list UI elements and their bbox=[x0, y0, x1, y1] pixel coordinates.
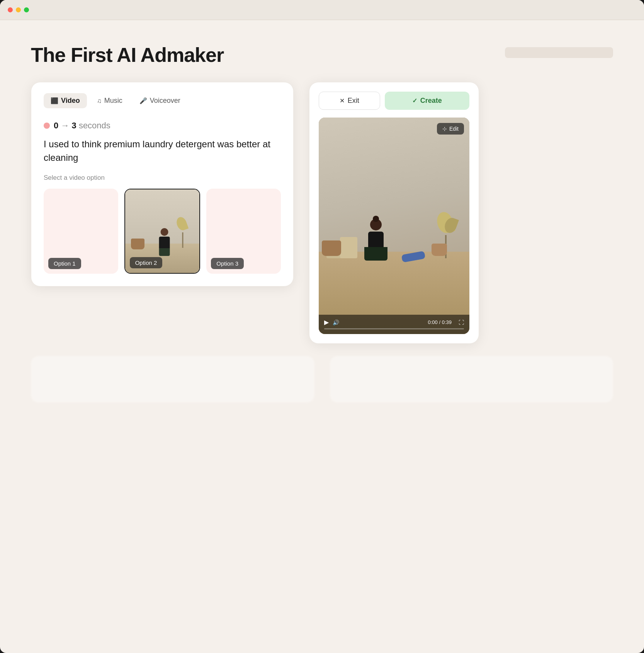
play-button[interactable]: ▶ bbox=[324, 319, 329, 326]
person-head bbox=[161, 228, 168, 236]
clip-description: I used to think premium laundry detergen… bbox=[44, 138, 281, 165]
right-panel: ✕ Exit ✓ Create bbox=[309, 82, 479, 344]
plant-leaf bbox=[175, 216, 189, 232]
tab-voiceover-label: Voiceover bbox=[150, 97, 180, 105]
video-preview: ⊹ Edit ▶ 🔊 0:00 / 0:39 bbox=[319, 118, 469, 334]
create-label: Create bbox=[420, 97, 442, 105]
preview-scene bbox=[319, 118, 469, 334]
maximize-dot[interactable] bbox=[24, 7, 29, 12]
person-body bbox=[159, 228, 170, 256]
bottom-decorative-panels bbox=[31, 356, 613, 402]
controls-row: ▶ 🔊 0:00 / 0:39 ⛶ bbox=[324, 319, 464, 326]
time-separator: / bbox=[439, 319, 442, 325]
browser-window: The First AI Admaker ⬛ Video ♫ Music 🎤 bbox=[0, 0, 644, 653]
video-option-3[interactable]: Option 3 bbox=[206, 189, 281, 274]
page-content: The First AI Admaker ⬛ Video ♫ Music 🎤 bbox=[0, 20, 644, 426]
preview-legs bbox=[364, 247, 387, 261]
check-icon: ✓ bbox=[412, 97, 417, 104]
preview-head bbox=[370, 219, 382, 230]
deco-bar bbox=[505, 47, 613, 58]
timeline-arrow: → bbox=[61, 121, 71, 130]
close-dot[interactable] bbox=[8, 7, 13, 12]
video-controls: ▶ 🔊 0:00 / 0:39 ⛶ bbox=[319, 315, 469, 334]
minimize-dot[interactable] bbox=[16, 7, 21, 12]
tab-video[interactable]: ⬛ Video bbox=[44, 93, 87, 108]
timeline-indicator bbox=[44, 123, 50, 129]
left-panel: ⬛ Video ♫ Music 🎤 Voiceover bbox=[31, 82, 294, 286]
tab-voiceover[interactable]: 🎤 Voiceover bbox=[133, 93, 187, 108]
timeline-unit: seconds bbox=[79, 121, 110, 130]
music-icon: ♫ bbox=[97, 97, 102, 104]
person-torso bbox=[159, 237, 170, 248]
video-option-1[interactable]: Option 1 bbox=[44, 189, 118, 274]
time-display: 0:00 / 0:39 bbox=[428, 319, 452, 325]
microphone-icon: 🎤 bbox=[139, 97, 147, 104]
timeline-end: 3 bbox=[72, 121, 76, 130]
total-time: 0:39 bbox=[442, 319, 452, 325]
tabs-bar: ⬛ Video ♫ Music 🎤 Voiceover bbox=[44, 93, 281, 108]
browser-bar bbox=[0, 0, 644, 20]
move-icon: ⊹ bbox=[442, 126, 447, 132]
deco-panel-2 bbox=[330, 356, 613, 402]
plant-stem bbox=[182, 232, 184, 248]
basket-1 bbox=[131, 239, 144, 249]
tab-music[interactable]: ♫ Music bbox=[90, 93, 129, 108]
current-time: 0:00 bbox=[428, 319, 438, 325]
progress-bar[interactable] bbox=[324, 328, 464, 329]
preview-basket-right bbox=[432, 244, 447, 256]
tab-video-label: Video bbox=[61, 97, 80, 105]
timeline-row: 0 → 3 seconds bbox=[44, 121, 281, 131]
fullscreen-button[interactable]: ⛶ bbox=[459, 319, 464, 326]
exit-label: Exit bbox=[348, 97, 359, 105]
option-2-label: Option 2 bbox=[130, 257, 163, 268]
select-video-label: Select a video option bbox=[44, 174, 281, 182]
edit-label: Edit bbox=[449, 126, 459, 132]
create-button[interactable]: ✓ Create bbox=[385, 92, 469, 110]
preview-basket-left bbox=[322, 240, 341, 256]
person-legs bbox=[159, 248, 170, 256]
panels-row: ⬛ Video ♫ Music 🎤 Voiceover bbox=[31, 82, 613, 344]
exit-button[interactable]: ✕ Exit bbox=[319, 92, 380, 110]
hair-bun bbox=[373, 216, 379, 222]
plant-decoration bbox=[175, 217, 190, 248]
exit-icon: ✕ bbox=[340, 97, 345, 104]
deco-panel-1 bbox=[31, 356, 314, 402]
person-figure bbox=[159, 228, 170, 256]
box-2 bbox=[340, 237, 357, 258]
option-1-label: Option 1 bbox=[48, 258, 81, 269]
option-3-label: Option 3 bbox=[211, 258, 244, 269]
timeline-label: 0 → 3 seconds bbox=[54, 121, 110, 131]
edit-overlay[interactable]: ⊹ Edit bbox=[437, 123, 464, 135]
tab-music-label: Music bbox=[104, 97, 122, 105]
video-option-2[interactable]: Option 2 bbox=[124, 189, 201, 274]
top-buttons: ✕ Exit ✓ Create bbox=[319, 92, 469, 110]
video-options: Option 1 bbox=[44, 189, 281, 274]
video-icon: ⬛ bbox=[51, 97, 58, 104]
preview-person bbox=[364, 219, 387, 261]
volume-button[interactable]: 🔊 bbox=[333, 319, 339, 326]
timeline-start: 0 bbox=[54, 121, 58, 130]
preview-torso bbox=[368, 232, 384, 247]
